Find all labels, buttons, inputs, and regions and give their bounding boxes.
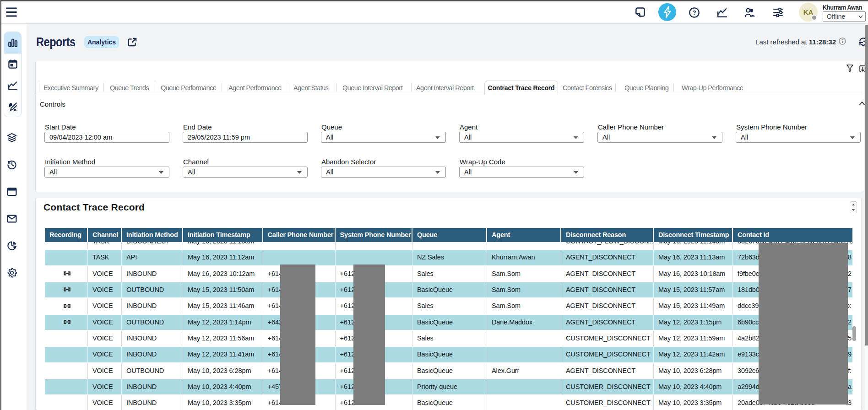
svg-text:?: ? — [692, 9, 696, 16]
